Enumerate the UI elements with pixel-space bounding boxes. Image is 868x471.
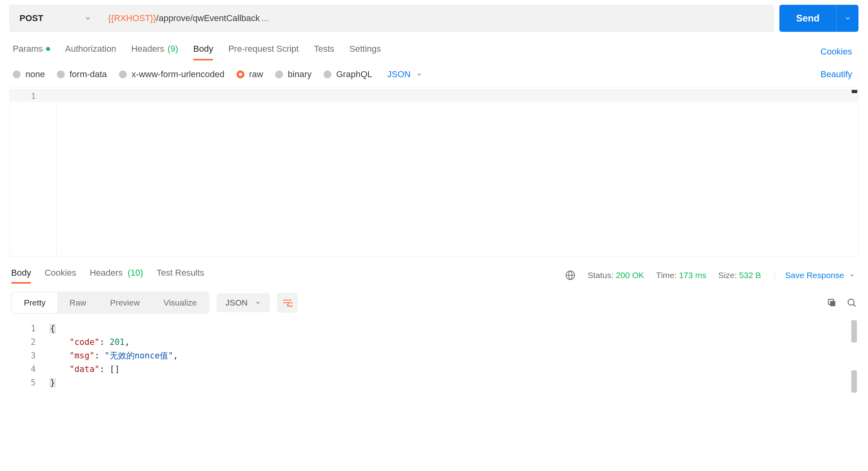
status-block[interactable]: Status: 200 OK <box>587 271 644 280</box>
body-type-urlencoded[interactable]: x-www-form-urlencoded <box>119 69 225 80</box>
response-tab-test-results-label: Test Results <box>157 268 204 278</box>
code-token: "无效的nonce值" <box>105 351 173 360</box>
response-headers-count: (10) <box>128 268 143 278</box>
http-method-label: POST <box>19 13 43 23</box>
code-token: { <box>49 324 56 333</box>
request-url-input[interactable]: {{RXHOST}}/approve/qwEventCallback... <box>100 5 774 32</box>
copy-icon[interactable] <box>827 298 837 308</box>
status-label: Status: <box>587 271 613 280</box>
radio-icon <box>13 70 21 78</box>
response-line-number: 2 <box>10 337 49 347</box>
scrollbar-thumb[interactable] <box>851 320 857 343</box>
tab-params[interactable]: Params <box>13 44 50 60</box>
radio-icon <box>275 70 283 78</box>
headers-count: (9) <box>167 44 178 54</box>
raw-language-select[interactable]: JSON <box>388 69 423 80</box>
send-dropdown[interactable] <box>836 5 858 32</box>
body-type-raw[interactable]: raw <box>236 69 263 80</box>
response-tab-cookies[interactable]: Cookies <box>45 268 76 283</box>
tab-params-label: Params <box>13 44 43 54</box>
tab-prerequest-label: Pre-request Script <box>228 44 298 54</box>
body-type-form-data[interactable]: form-data <box>57 69 107 80</box>
response-tab-headers[interactable]: Headers (10) <box>90 268 143 283</box>
response-tab-headers-label: Headers <box>90 268 123 278</box>
radio-icon <box>119 70 127 78</box>
scrollbar-thumb[interactable] <box>851 370 857 393</box>
response-line: { <box>49 324 56 333</box>
url-path: /approve/qwEventCallback <box>156 13 260 23</box>
save-response-label: Save Response <box>785 271 844 280</box>
response-tab-body[interactable]: Body <box>11 268 31 283</box>
editor-line-text <box>57 90 858 102</box>
body-type-binary-label: binary <box>288 69 312 80</box>
tab-prerequest-script[interactable]: Pre-request Script <box>228 44 298 60</box>
code-token <box>49 364 70 374</box>
cookies-link[interactable]: Cookies <box>821 47 852 57</box>
response-view-mode: Pretty Raw Preview Visualize <box>12 292 209 313</box>
time-block[interactable]: Time: 173 ms <box>656 271 706 280</box>
tab-settings-label: Settings <box>349 44 381 54</box>
view-mode-preview-label: Preview <box>110 298 140 307</box>
raw-language-label: JSON <box>388 69 411 80</box>
code-token: } <box>49 378 56 387</box>
code-token: "msg" <box>70 351 95 360</box>
size-value: 532 B <box>739 271 761 280</box>
response-body-viewer[interactable]: 1 { 2 "code": 201, 3 "msg": "无效的nonce值",… <box>10 319 858 389</box>
chevron-down-icon <box>844 15 851 22</box>
url-variable: {{RXHOST}} <box>108 13 156 23</box>
tab-authorization[interactable]: Authorization <box>65 44 116 60</box>
view-mode-visualize-label: Visualize <box>164 298 197 307</box>
svg-rect-5 <box>830 301 835 306</box>
tab-settings[interactable]: Settings <box>349 44 381 60</box>
line-wrap-icon <box>282 298 293 308</box>
cookies-link-label: Cookies <box>821 47 852 56</box>
search-icon[interactable] <box>847 298 857 308</box>
response-tab-cookies-label: Cookies <box>45 268 76 278</box>
size-block[interactable]: Size: 532 B <box>718 271 761 280</box>
view-mode-visualize[interactable]: Visualize <box>152 292 209 313</box>
send-button[interactable]: Send <box>779 5 858 32</box>
code-token <box>49 351 70 360</box>
http-method-select[interactable]: POST <box>10 5 100 32</box>
response-format-select[interactable]: JSON <box>217 293 270 312</box>
tab-headers[interactable]: Headers (9) <box>131 44 178 60</box>
tab-body-label: Body <box>193 44 213 54</box>
body-type-none-label: none <box>25 69 45 80</box>
code-token: , <box>173 351 178 360</box>
response-tab-test-results[interactable]: Test Results <box>157 268 204 283</box>
size-label: Size: <box>718 271 737 280</box>
body-type-binary[interactable]: binary <box>275 69 312 80</box>
chevron-down-icon <box>416 71 422 78</box>
editor-gutter <box>10 90 57 256</box>
chevron-down-icon <box>84 15 91 22</box>
response-tab-body-label: Body <box>11 268 31 278</box>
beautify-button[interactable]: Beautify <box>821 69 852 80</box>
save-response-button[interactable]: Save Response <box>775 271 855 280</box>
tab-tests[interactable]: Tests <box>314 44 334 60</box>
line-wrap-toggle[interactable] <box>277 293 298 313</box>
view-mode-pretty-label: Pretty <box>24 298 46 307</box>
response-line: "data": [] <box>49 364 120 374</box>
code-token: "code" <box>70 337 100 347</box>
body-type-raw-label: raw <box>249 69 263 80</box>
view-mode-raw[interactable]: Raw <box>58 292 98 313</box>
view-mode-preview[interactable]: Preview <box>98 292 152 313</box>
globe-icon[interactable] <box>565 270 575 280</box>
response-line-number: 5 <box>10 378 49 387</box>
response-line: "code": 201, <box>49 337 130 347</box>
svg-line-8 <box>853 304 856 307</box>
body-type-none[interactable]: none <box>13 69 45 80</box>
code-token: [] <box>110 364 120 374</box>
code-token: 201 <box>110 337 125 347</box>
send-label: Send <box>779 13 836 24</box>
time-value: 173 ms <box>679 271 706 280</box>
view-mode-raw-label: Raw <box>70 298 86 307</box>
tab-body[interactable]: Body <box>193 44 213 60</box>
view-mode-pretty[interactable]: Pretty <box>12 292 58 313</box>
response-line: "msg": "无效的nonce值", <box>49 350 178 361</box>
body-type-graphql[interactable]: GraphQL <box>324 69 372 80</box>
status-value: 200 OK <box>616 271 644 280</box>
response-line-number: 4 <box>10 364 49 374</box>
request-body-editor[interactable]: 1 <box>10 90 858 257</box>
code-token: , <box>125 337 130 347</box>
